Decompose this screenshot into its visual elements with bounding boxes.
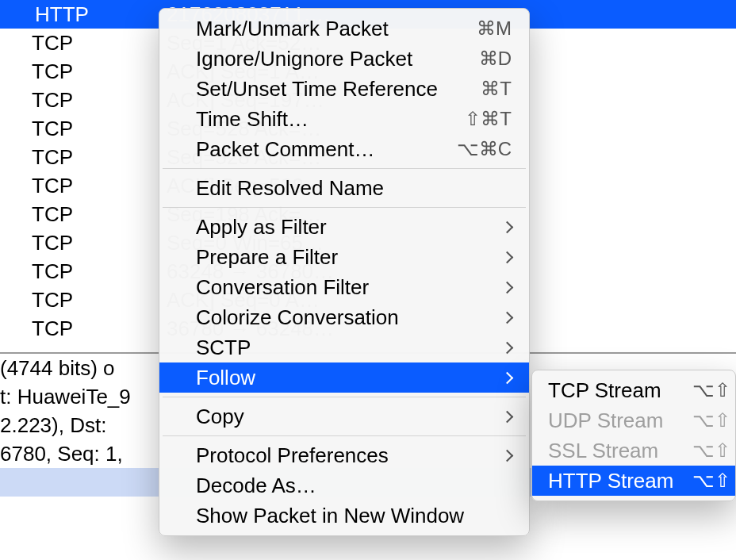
chevron-right-icon — [501, 449, 514, 462]
chevron-right-icon — [501, 341, 514, 354]
protocol-cell: TCP — [0, 59, 167, 84]
submenu-shortcut: ⌥⇧ — [688, 379, 730, 401]
menu-item-label: Protocol Preferences — [196, 443, 495, 468]
submenu-item[interactable]: TCP Stream⌥⇧ — [532, 375, 735, 405]
protocol-cell: TCP — [0, 31, 167, 56]
menu-item-label: Decode As… — [196, 474, 512, 498]
menu-item-label: Copy — [196, 405, 495, 429]
submenu-item: UDP Stream⌥⇧ — [532, 405, 735, 435]
menu-item-label: Packet Comment… — [196, 137, 449, 162]
menu-item-label: Apply as Filter — [196, 215, 495, 240]
menu-item[interactable]: Colorize Conversation — [159, 302, 529, 332]
menu-item[interactable]: Protocol Preferences — [159, 440, 529, 470]
menu-item-label: Ignore/Unignore Packet — [196, 47, 471, 71]
chevron-right-icon — [501, 251, 514, 263]
submenu-item: SSL Stream⌥⇧ — [532, 435, 735, 466]
menu-item[interactable]: Decode As… — [159, 470, 529, 501]
protocol-cell: TCP — [0, 174, 167, 198]
submenu-item[interactable]: HTTP Stream⌥⇧ — [532, 466, 735, 496]
submenu-item-label: UDP Stream — [548, 408, 688, 433]
menu-item[interactable]: Follow — [159, 362, 529, 393]
menu-item-label: Follow — [196, 366, 495, 390]
submenu-shortcut: ⌥⇧ — [688, 470, 730, 492]
menu-item[interactable]: Prepare a Filter — [159, 242, 529, 272]
menu-item[interactable]: Time Shift…⇧⌘T — [159, 104, 529, 134]
menu-shortcut: ⌘D — [471, 48, 512, 70]
menu-item-label: Colorize Conversation — [196, 305, 495, 330]
chevron-right-icon — [501, 311, 514, 324]
menu-separator — [163, 397, 526, 397]
submenu-item-label: HTTP Stream — [548, 469, 688, 493]
follow-submenu: TCP Stream⌥⇧UDP Stream⌥⇧SSL Stream⌥⇧HTTP… — [531, 370, 736, 501]
menu-item[interactable]: Show Packet in New Window — [159, 501, 529, 531]
menu-item[interactable]: Edit Resolved Name — [159, 173, 529, 203]
protocol-cell: TCP — [0, 202, 167, 227]
menu-item-label: Edit Resolved Name — [196, 176, 512, 201]
menu-item[interactable]: SCTP — [159, 332, 529, 362]
menu-item[interactable]: Copy — [159, 401, 529, 432]
menu-item[interactable]: Mark/Unmark Packet⌘M — [159, 13, 529, 44]
wireshark-window: HTTP217620803711.…TCPSeq=1 Ack=52…TCPACK… — [0, 0, 736, 560]
menu-shortcut: ⇧⌘T — [457, 108, 512, 130]
menu-item-label: Show Packet in New Window — [196, 504, 512, 528]
menu-shortcut: ⌘M — [469, 17, 512, 40]
protocol-cell: TCP — [0, 231, 167, 255]
menu-item-label: Conversation Filter — [196, 275, 495, 300]
submenu-item-label: TCP Stream — [548, 378, 688, 403]
protocol-cell: TCP — [0, 117, 167, 141]
menu-item-label: SCTP — [196, 336, 495, 360]
chevron-right-icon — [501, 371, 514, 384]
submenu-shortcut: ⌥⇧ — [688, 439, 730, 462]
menu-item-label: Time Shift… — [196, 107, 457, 132]
menu-shortcut: ⌥⌘C — [449, 138, 512, 160]
menu-item[interactable]: Apply as Filter — [159, 212, 529, 242]
protocol-cell: TCP — [0, 88, 167, 113]
menu-shortcut: ⌘T — [473, 78, 512, 100]
submenu-shortcut: ⌥⇧ — [688, 409, 730, 432]
context-menu: Mark/Unmark Packet⌘MIgnore/Unignore Pack… — [159, 8, 530, 536]
protocol-cell: HTTP — [0, 2, 167, 27]
menu-item-label: Mark/Unmark Packet — [196, 17, 469, 41]
menu-item[interactable]: Ignore/Unignore Packet⌘D — [159, 44, 529, 74]
protocol-cell: TCP — [0, 145, 167, 170]
chevron-right-icon — [501, 281, 514, 293]
protocol-cell: TCP — [0, 316, 167, 341]
protocol-cell: TCP — [0, 259, 167, 284]
chevron-right-icon — [501, 410, 514, 423]
menu-item[interactable]: Packet Comment…⌥⌘C — [159, 134, 529, 164]
chevron-right-icon — [501, 221, 514, 233]
menu-separator — [163, 207, 526, 208]
menu-item-label: Set/Unset Time Reference — [196, 77, 473, 102]
submenu-item-label: SSL Stream — [548, 439, 688, 463]
menu-item-label: Prepare a Filter — [196, 245, 495, 270]
menu-item[interactable]: Set/Unset Time Reference⌘T — [159, 74, 529, 104]
menu-separator — [163, 168, 526, 169]
menu-separator — [163, 435, 526, 436]
menu-item[interactable]: Conversation Filter — [159, 272, 529, 302]
protocol-cell: TCP — [0, 288, 167, 313]
